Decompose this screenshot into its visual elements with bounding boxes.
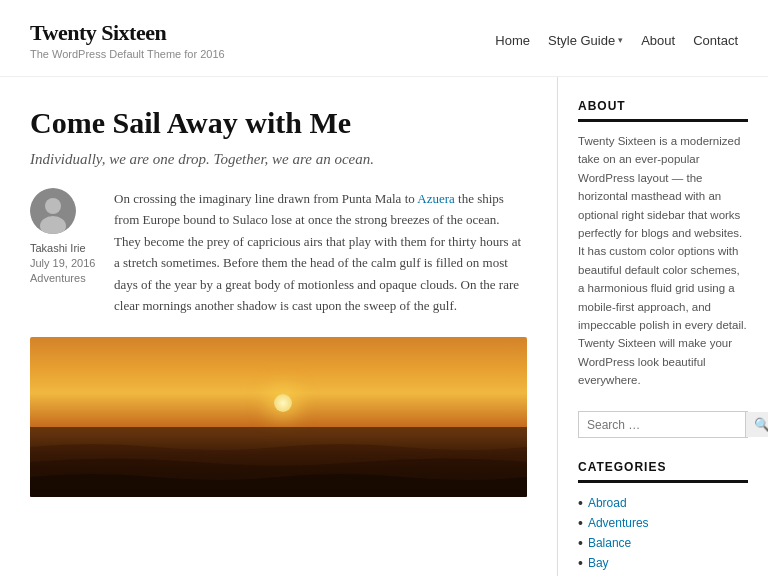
svg-point-1 <box>45 198 61 214</box>
main-navigation: Home Style Guide ▾ About Contact <box>495 33 738 48</box>
post-article: Come Sail Away with Me Individually, we … <box>30 105 527 497</box>
category-adventures[interactable]: Adventures <box>588 516 649 530</box>
nav-about[interactable]: About <box>641 33 675 48</box>
post-category: Adventures <box>30 272 100 284</box>
list-item: Abroad <box>578 493 748 513</box>
search-icon: 🔍 <box>754 417 768 432</box>
post-body-wrap: Takashi Irie July 19, 2016 Adventures On… <box>30 188 527 317</box>
image-overlay <box>30 437 527 497</box>
site-title: Twenty Sixteen <box>30 20 225 46</box>
post-subtitle: Individually, we are one drop. Together,… <box>30 151 527 168</box>
main-content: Come Sail Away with Me Individually, we … <box>0 77 558 576</box>
author-name: Takashi Irie <box>30 242 100 254</box>
chevron-down-icon: ▾ <box>618 35 623 45</box>
content-area: Come Sail Away with Me Individually, we … <box>0 77 768 576</box>
nav-style-guide-label: Style Guide <box>548 33 615 48</box>
list-item: Bay <box>578 553 748 573</box>
site-branding: Twenty Sixteen The WordPress Default The… <box>30 20 225 60</box>
nav-style-guide[interactable]: Style Guide ▾ <box>548 33 623 48</box>
category-balance[interactable]: Balance <box>588 536 631 550</box>
post-author-meta: Takashi Irie July 19, 2016 Adventures <box>30 188 100 317</box>
post-image <box>30 337 527 497</box>
list-item: Adventures <box>578 513 748 533</box>
category-bay[interactable]: Bay <box>588 556 609 570</box>
sidebar-about-title: ABOUT <box>578 99 748 122</box>
sidebar-categories-title: CATEGORIES <box>578 460 748 483</box>
site-description: The WordPress Default Theme for 2016 <box>30 48 225 60</box>
sidebar-about-section: ABOUT Twenty Sixteen is a modernized tak… <box>578 99 748 389</box>
post-title: Come Sail Away with Me <box>30 105 527 141</box>
search-form: 🔍 <box>578 411 748 438</box>
post-text: On crossing the imaginary line drawn fro… <box>114 188 527 317</box>
category-abroad[interactable]: Abroad <box>588 496 627 510</box>
post-date: July 19, 2016 <box>30 257 100 269</box>
sidebar-about-text: Twenty Sixteen is a modernized take on a… <box>578 132 748 389</box>
sidebar-search-section: 🔍 <box>578 411 748 438</box>
post-link-azuera[interactable]: Azuera <box>417 191 455 206</box>
sidebar: ABOUT Twenty Sixteen is a modernized tak… <box>558 77 768 576</box>
search-input[interactable] <box>579 412 745 437</box>
nav-contact[interactable]: Contact <box>693 33 738 48</box>
sidebar-categories-section: CATEGORIES Abroad Adventures Balance Bay… <box>578 460 748 576</box>
avatar <box>30 188 76 234</box>
search-button[interactable]: 🔍 <box>745 412 768 437</box>
nav-home[interactable]: Home <box>495 33 530 48</box>
site-header: Twenty Sixteen The WordPress Default The… <box>0 0 768 77</box>
categories-list: Abroad Adventures Balance Bay Boats Book… <box>578 493 748 576</box>
list-item: Balance <box>578 533 748 553</box>
sun-decoration <box>274 394 292 412</box>
